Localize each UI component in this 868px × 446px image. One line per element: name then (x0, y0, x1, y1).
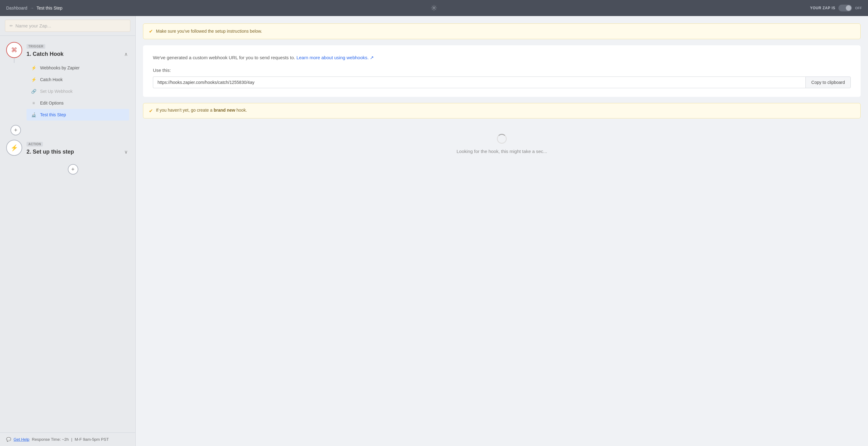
breadcrumb: Dashboard → Test this Step (6, 5, 63, 10)
webhooks-icon: ⚡ (30, 64, 37, 71)
action-content: ACTION 2. Set up this step ∨ (27, 140, 129, 156)
setup-webhook-label: Set Up Webhook (40, 89, 73, 94)
url-row: Copy to clipboard (153, 77, 851, 88)
logo: ✳ (431, 3, 437, 13)
copy-to-clipboard-button[interactable]: Copy to clipboard (805, 77, 851, 88)
action-title: 2. Set up this step (27, 149, 74, 155)
webhooks-label: Webhooks by Zapier (40, 65, 80, 70)
learn-more-link[interactable]: Learn more about using webhooks. ↗ (297, 55, 374, 60)
zap-toggle[interactable] (838, 5, 852, 11)
top-banner-check-icon: ✔ (149, 28, 153, 34)
warning-check-icon: ✔ (149, 108, 153, 114)
test-step-icon: 🔬 (30, 111, 37, 118)
warning-banner: ✔ If you haven't yet, go create a brand … (143, 103, 861, 118)
warning-text: If you haven't yet, go create a brand ne… (156, 108, 247, 113)
trigger-connector-col: ⌘ (6, 42, 22, 63)
zap-name-bar: ✏ Name your Zap... (0, 16, 135, 36)
webhook-description: We've generated a custom webhook URL for… (153, 54, 851, 61)
nav-right: YOUR ZAP IS OFF (810, 5, 862, 11)
connector-line-1 (14, 58, 14, 63)
trigger-title-row[interactable]: 1. Catch Hook ∧ (27, 50, 129, 58)
trigger-title: 1. Catch Hook (27, 51, 63, 57)
toggle-knob (846, 5, 851, 11)
top-nav: Dashboard → Test this Step ✳ YOUR ZAP IS… (0, 0, 868, 16)
sidebar-item-test-step[interactable]: 🔬 Test this Step (27, 109, 129, 121)
loading-text: Looking for the hook, this might take a … (457, 149, 547, 154)
zap-status-label: YOUR ZAP IS (810, 6, 835, 10)
action-icon-circle: ⚡ (6, 140, 22, 156)
bolt-icon: ⚡ (10, 144, 18, 151)
loading-spinner (497, 134, 507, 144)
trigger-content: TRIGGER 1. Catch Hook ∧ ⚡ Webhooks by Za… (27, 42, 129, 121)
chat-icon: 💬 (6, 437, 11, 442)
current-page-label: Test this Step (37, 5, 63, 10)
action-badge: ACTION (27, 142, 43, 147)
trigger-badge: TRIGGER (27, 44, 45, 49)
use-this-label: Use this: (153, 67, 851, 73)
trigger-chevron: ∧ (123, 50, 129, 58)
sidebar-item-catch-hook[interactable]: ⚡ Catch Hook (27, 74, 129, 85)
webhook-url-input[interactable] (153, 77, 805, 88)
action-connector-col: ⚡ (6, 140, 22, 156)
zap-name-input[interactable]: ✏ Name your Zap... (5, 20, 130, 32)
add-step-bottom-button[interactable]: + (68, 164, 78, 175)
top-info-banner: ✔ Make sure you've followed the setup in… (143, 24, 861, 39)
catch-hook-icon: ⚡ (30, 76, 37, 83)
sidebar-item-edit-options[interactable]: ≡ Edit Options (27, 97, 129, 109)
pencil-icon: ✏ (9, 24, 13, 28)
brand-new-link[interactable]: brand new (214, 108, 237, 113)
breadcrumb-arrow: → (30, 5, 34, 10)
sidebar: ✏ Name your Zap... ⌘ TRIGGER 1. (0, 16, 135, 446)
trigger-sub-items: ⚡ Webhooks by Zapier ⚡ Catch Hook 🔗 Set … (27, 62, 129, 121)
footer-response-time: Response Time: ~2h (32, 437, 69, 442)
trigger-icon-circle: ⌘ (6, 42, 22, 58)
action-title-row[interactable]: 2. Set up this step ∨ (27, 148, 129, 156)
test-step-label: Test this Step (40, 112, 66, 117)
steps-area: ⌘ TRIGGER 1. Catch Hook ∧ (0, 36, 135, 433)
sidebar-item-webhooks[interactable]: ⚡ Webhooks by Zapier (27, 62, 129, 74)
between-steps: + (10, 123, 135, 137)
edit-options-label: Edit Options (40, 100, 63, 106)
dashboard-link[interactable]: Dashboard (6, 5, 27, 10)
main-card: We've generated a custom webhook URL for… (143, 45, 861, 97)
zap-name-placeholder: Name your Zap... (16, 23, 51, 28)
footer-separator: | (71, 437, 72, 442)
action-step-row: ⚡ ACTION 2. Set up this step ∨ (0, 140, 135, 156)
toggle-off-label: OFF (855, 6, 862, 10)
webhook-icon: ⌘ (11, 46, 17, 54)
get-help-link[interactable]: Get Help (13, 437, 29, 442)
loading-area: Looking for the hook, this might take a … (143, 125, 861, 163)
add-step-button[interactable]: + (10, 125, 21, 136)
logo-icon: ✳ (431, 3, 437, 13)
top-banner-text: Make sure you've followed the setup inst… (156, 28, 262, 34)
setup-webhook-icon: 🔗 (30, 88, 37, 95)
main-layout: ✏ Name your Zap... ⌘ TRIGGER 1. (0, 16, 868, 446)
trigger-step-row: ⌘ TRIGGER 1. Catch Hook ∧ (0, 42, 135, 121)
content-area: ✔ Make sure you've followed the setup in… (135, 16, 868, 446)
sidebar-item-setup-webhook[interactable]: 🔗 Set Up Webhook (27, 85, 129, 97)
sidebar-footer: 💬 Get Help Response Time: ~2h | M-F 9am-… (0, 433, 135, 446)
footer-hours: M-F 9am-5pm PST (74, 437, 109, 442)
add-bottom: + (10, 162, 135, 176)
catch-hook-label: Catch Hook (40, 77, 63, 82)
action-chevron: ∨ (123, 148, 129, 156)
desc-text-1: We've generated a custom webhook URL for… (153, 55, 295, 60)
edit-options-icon: ≡ (30, 100, 37, 107)
